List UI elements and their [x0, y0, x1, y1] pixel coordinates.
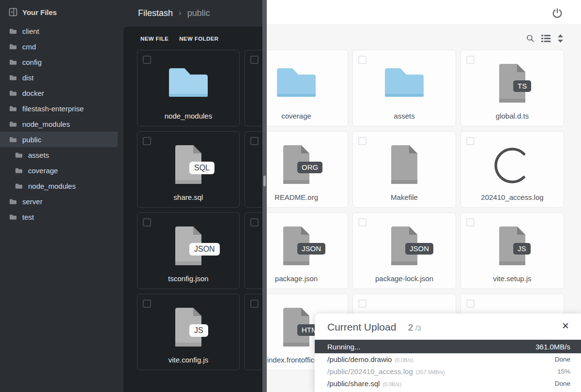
tile-checkbox[interactable] — [143, 56, 151, 64]
sidebar-item-node-modules[interactable]: node_modules — [0, 116, 118, 132]
upload-item-path: /public/202410_access.log — [327, 367, 413, 376]
extension-badge: JS — [513, 243, 531, 255]
list-view-icon[interactable] — [541, 34, 550, 43]
file-name: node_modules — [138, 112, 239, 120]
sidebar-item-public-node-modules[interactable]: node_modules — [0, 178, 118, 194]
upload-item-rate: (0.0B/s) — [382, 381, 401, 387]
file-name: 202410_access.log — [461, 193, 564, 201]
tile-checkbox[interactable] — [358, 218, 367, 226]
document-icon — [389, 144, 420, 185]
file-tile-share-sql[interactable]: SQL share.sql — [137, 131, 240, 208]
sidebar-item-client[interactable]: client — [0, 23, 118, 39]
new-file-button[interactable]: NEW FILE — [140, 36, 168, 42]
file-tile-vite-setup-js[interactable]: JS vite.setup.js — [460, 212, 564, 289]
sidebar-item-server[interactable]: server — [0, 194, 118, 209]
sidebar-item-label: filestash-enterprise — [22, 105, 84, 113]
breadcrumb: Filestash › public — [138, 6, 210, 20]
sidebar-title: Your Files — [22, 8, 57, 16]
extension-badge: JSON — [297, 243, 325, 255]
sidebar-item-filestash-enterprise[interactable]: filestash-enterprise — [0, 101, 118, 116]
sidebar-item-public-coverage[interactable]: coverage — [0, 163, 118, 178]
sidebar-item-label: dist — [22, 74, 33, 82]
sidebar-item-label: cmd — [22, 43, 36, 51]
loading-spinner-icon — [493, 146, 532, 185]
sidebar-item-docker[interactable]: docker — [0, 85, 118, 101]
sidebar-item-label: server — [22, 197, 43, 206]
upload-item-path: /public/demo.drawio — [327, 355, 392, 363]
file-tile-202410-access-log[interactable]: 202410_access.log — [460, 131, 564, 208]
upload-item: /public/share.sql(0.0B/s) Done — [315, 377, 581, 390]
sidebar-toggle-icon[interactable] — [9, 8, 17, 16]
extension-badge: JSON — [189, 243, 220, 256]
panel-actions: NEW FILE NEW FOLDER — [140, 36, 218, 42]
file-name: tsconfig.json — [138, 274, 239, 283]
file-tile-tsconfig-json[interactable]: JSON tsconfig.json — [137, 212, 240, 289]
sidebar-item-cmd[interactable]: cmd — [0, 39, 118, 54]
tile-checkbox[interactable] — [143, 300, 151, 308]
sidebar-item-public[interactable]: public — [0, 132, 118, 147]
upload-item-rate: (0.0B/s) — [395, 357, 413, 363]
file-tile-global-d-ts[interactable]: TS global.d.ts — [460, 50, 564, 126]
folder-icon — [382, 63, 427, 100]
sidebar-item-label: client — [22, 27, 39, 35]
file-tile-node-modules[interactable]: node_modules — [137, 50, 240, 126]
file-tile-package-lock-json[interactable]: JSON package-lock.json — [352, 212, 456, 289]
sidebar-header: Your Files — [9, 8, 57, 16]
tile-checkbox[interactable] — [143, 218, 151, 226]
file-name: vite.setup.js — [461, 274, 564, 283]
file-name: vite.config.js — [138, 356, 239, 364]
tile-checkbox[interactable] — [358, 300, 367, 308]
sidebar-item-label: node_modules — [22, 120, 70, 128]
sidebar-item-public-assets[interactable]: assets — [0, 147, 118, 163]
tile-checkbox[interactable] — [250, 56, 259, 64]
search-icon[interactable] — [526, 34, 535, 43]
upload-item-status: Done — [555, 356, 570, 363]
breadcrumb-root[interactable]: Filestash — [138, 8, 173, 18]
tile-checkbox[interactable] — [466, 300, 474, 308]
window-divider-scrollbar[interactable] — [262, 0, 267, 392]
upload-speed: 361.0MB/s — [535, 343, 570, 351]
file-tile-assets[interactable]: assets — [352, 50, 456, 126]
power-icon[interactable] — [552, 8, 563, 18]
dark-filestash-window: Your Files client cmd config dist docker… — [0, 0, 262, 392]
tile-checkbox[interactable] — [250, 218, 259, 226]
file-name: global.d.ts — [461, 112, 564, 120]
light-toolbar — [526, 34, 564, 43]
file-tile-partial[interactable] — [245, 131, 262, 208]
tile-checkbox[interactable] — [466, 137, 474, 145]
breadcrumb-current: public — [187, 8, 210, 18]
tile-checkbox[interactable] — [358, 56, 367, 64]
sidebar-item-dist[interactable]: dist — [0, 70, 118, 85]
sidebar-item-label: test — [22, 213, 34, 221]
tile-checkbox[interactable] — [143, 137, 151, 145]
extension-badge: JS — [189, 324, 208, 337]
file-tile-partial-index-frontoffice[interactable]: index.frontoffice.html — [245, 294, 262, 370]
chevron-right-icon: › — [179, 8, 182, 18]
file-tile-partial[interactable] — [245, 212, 262, 289]
tile-checkbox[interactable] — [250, 300, 259, 308]
scrollbar-thumb[interactable] — [263, 176, 266, 186]
new-folder-button[interactable]: NEW FOLDER — [179, 36, 218, 42]
upload-title: Current Upload — [327, 321, 396, 332]
extension-badge: TS — [513, 80, 531, 92]
close-icon[interactable]: ✕ — [562, 320, 569, 332]
upload-panel: Current Upload 2 /3 ✕ Running... 361.0MB… — [315, 314, 581, 392]
file-name: assets — [353, 112, 456, 120]
tile-checkbox[interactable] — [466, 56, 474, 64]
extension-badge: SQL — [189, 162, 214, 174]
upload-item-rate: (357.5MB/s) — [416, 369, 445, 375]
file-tile-partial[interactable] — [245, 50, 262, 126]
upload-item: /public/202410_access.log(357.5MB/s) 15% — [315, 365, 581, 377]
tile-checkbox[interactable] — [466, 218, 474, 226]
sidebar-item-config[interactable]: config — [0, 54, 118, 70]
tile-checkbox[interactable] — [358, 137, 367, 145]
upload-count-total: /3 — [415, 324, 421, 332]
extension-badge: ORG — [297, 162, 322, 173]
upload-count-current: 2 — [408, 322, 413, 332]
file-tile-makefile[interactable]: Makefile — [352, 131, 456, 208]
upload-status-label: Running... — [327, 343, 360, 351]
sidebar-item-test[interactable]: test — [0, 209, 118, 225]
file-tile-vite-config-js[interactable]: JS vite.config.js — [137, 294, 240, 370]
tile-checkbox[interactable] — [250, 137, 259, 145]
sort-icon[interactable] — [557, 34, 564, 43]
